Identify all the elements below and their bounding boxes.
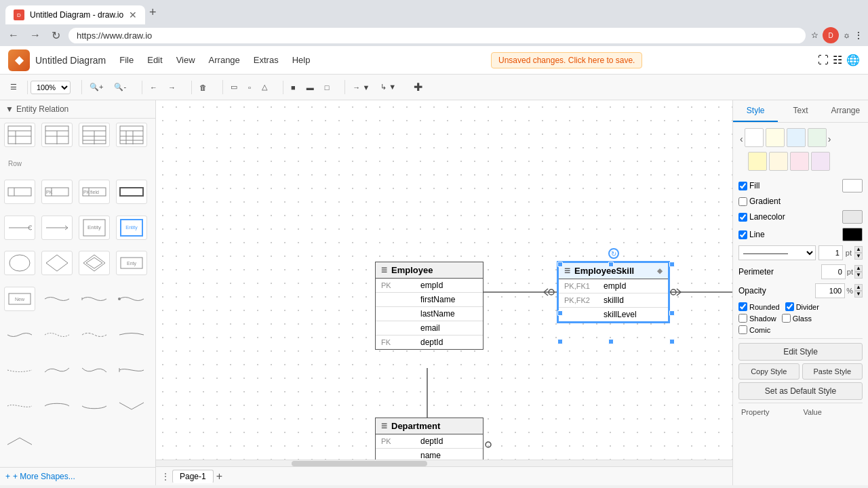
opacity-down[interactable]: ▼ bbox=[854, 291, 863, 298]
shape-curve-2[interactable] bbox=[79, 287, 110, 311]
swatch-blue-light[interactable] bbox=[787, 128, 806, 147]
handle-ml[interactable] bbox=[557, 310, 563, 316]
canvas-area[interactable]: ☰ Employee PK empId firstName lastName bbox=[156, 100, 732, 485]
scroll-thumb[interactable] bbox=[292, 461, 427, 466]
zoom-in-button[interactable]: 🔍+ bbox=[85, 80, 108, 94]
edit-style-button[interactable]: Edit Style bbox=[738, 343, 863, 361]
employee-row-email[interactable]: email bbox=[376, 321, 483, 336]
tab-style[interactable]: Style bbox=[733, 100, 778, 122]
to-front-button[interactable]: ▭ bbox=[226, 80, 242, 94]
menu-file[interactable]: File bbox=[114, 52, 139, 68]
shape-curve-4[interactable] bbox=[4, 323, 35, 347]
comic-checkbox[interactable] bbox=[738, 325, 747, 334]
url-bar[interactable] bbox=[68, 28, 806, 43]
unsaved-badge[interactable]: Unsaved changes. Click here to save. bbox=[491, 52, 642, 68]
line-style-select[interactable]: —————— - - - - - - bbox=[738, 245, 816, 260]
format-button[interactable]: △ bbox=[257, 80, 272, 94]
line-pt-input[interactable] bbox=[818, 245, 843, 260]
to-back-button[interactable]: ▫ bbox=[243, 81, 256, 94]
redo-button[interactable]: → bbox=[163, 81, 180, 94]
palette-prev-button[interactable]: ‹ bbox=[738, 134, 745, 144]
swatch-amber-light[interactable] bbox=[769, 152, 788, 171]
line-color-swatch[interactable] bbox=[842, 228, 863, 241]
glass-checkbox[interactable] bbox=[782, 314, 791, 323]
swatch-purple-light[interactable] bbox=[811, 152, 830, 171]
insert-button[interactable]: ✚ bbox=[409, 78, 427, 96]
shape-connector-1[interactable] bbox=[4, 216, 35, 240]
shape-curve-1[interactable] bbox=[41, 287, 73, 311]
swatch-pink-light[interactable] bbox=[790, 152, 809, 171]
perimeter-down[interactable]: ▼ bbox=[854, 272, 863, 279]
reload-button[interactable]: ↻ bbox=[49, 28, 63, 43]
opacity-spinner[interactable]: ▲ ▼ bbox=[854, 284, 863, 298]
zoom-select[interactable]: 100% 75% 150% bbox=[31, 81, 71, 94]
menu-help[interactable]: Help bbox=[287, 52, 316, 68]
dept-row-deptid[interactable]: PK deptId bbox=[376, 434, 483, 449]
employee-row-empid[interactable]: PK empId bbox=[376, 279, 483, 293]
shape-row-1[interactable] bbox=[4, 180, 35, 204]
set-default-button[interactable]: Set as Default Style bbox=[738, 382, 863, 400]
shape-entity-2[interactable]: Entity bbox=[116, 216, 147, 240]
employee-row-firstname[interactable]: firstName bbox=[376, 293, 483, 307]
handle-tl[interactable] bbox=[557, 262, 563, 267]
swatch-green-light[interactable] bbox=[808, 128, 827, 147]
menu-view[interactable]: View bbox=[171, 52, 201, 68]
line-pt-spinner[interactable]: ▲ ▼ bbox=[854, 246, 863, 260]
shape-curve-7[interactable] bbox=[116, 323, 147, 347]
horizontal-scrollbar[interactable] bbox=[156, 460, 732, 466]
panel-header[interactable]: ▼ Entity Relation bbox=[0, 100, 155, 119]
handle-tr[interactable] bbox=[669, 262, 675, 267]
shape-curve-11[interactable] bbox=[116, 358, 147, 382]
line-checkbox[interactable] bbox=[738, 230, 747, 239]
shadow-button[interactable]: □ bbox=[320, 81, 334, 94]
extensions-icon[interactable]: ☼ bbox=[843, 30, 850, 40]
zoom-out-button[interactable]: 🔍- bbox=[109, 80, 131, 94]
shape-curve-5[interactable] bbox=[41, 323, 73, 347]
rotate-handle[interactable]: ↻ bbox=[608, 248, 619, 259]
handle-mr[interactable] bbox=[669, 310, 675, 316]
more-shapes-button[interactable]: + + More Shapes... bbox=[0, 467, 155, 485]
connection-style-button[interactable]: → ▼ bbox=[348, 81, 374, 94]
swatch-yellow-light[interactable] bbox=[766, 128, 785, 147]
opacity-up[interactable]: ▲ bbox=[854, 284, 863, 291]
shape-entity-1[interactable]: Entity bbox=[79, 216, 110, 240]
shape-curve-13[interactable] bbox=[41, 394, 73, 418]
shape-row-2[interactable]: PK bbox=[41, 180, 73, 204]
sidebar-toggle-button[interactable]: ☰ bbox=[5, 80, 22, 94]
handle-bl[interactable] bbox=[557, 339, 563, 344]
shape-row-4[interactable] bbox=[116, 180, 147, 204]
line-pt-up[interactable]: ▲ bbox=[854, 246, 863, 253]
shape-row-3[interactable]: PKfield bbox=[79, 180, 110, 204]
waypoint-button[interactable]: ↳ ▼ bbox=[376, 80, 401, 94]
shape-diamond-2[interactable] bbox=[79, 251, 110, 275]
fullscreen-icon[interactable]: ⛶ bbox=[818, 54, 829, 66]
handle-br[interactable] bbox=[669, 339, 675, 344]
employee-row-deptid[interactable]: FK deptId bbox=[376, 336, 483, 349]
new-tab-button[interactable]: + bbox=[145, 5, 161, 20]
grid-icon[interactable]: ☷ bbox=[833, 54, 842, 66]
tab-arrange[interactable]: Arrange bbox=[823, 100, 868, 122]
shape-entity-small-1[interactable]: Enty bbox=[116, 251, 147, 275]
gradient-checkbox[interactable] bbox=[738, 197, 747, 206]
fill-color-button[interactable]: ■ bbox=[286, 81, 300, 94]
menu-edit[interactable]: Edit bbox=[142, 52, 167, 68]
paste-style-button[interactable]: Paste Style bbox=[802, 363, 863, 380]
shape-curve-8[interactable] bbox=[4, 358, 35, 382]
employee-row-lastname[interactable]: lastName bbox=[376, 307, 483, 321]
employeeskill-row-skillid[interactable]: PK,FK2 skillId bbox=[559, 293, 668, 308]
perimeter-pt-input[interactable] bbox=[821, 264, 846, 279]
copy-style-button[interactable]: Copy Style bbox=[738, 363, 800, 380]
perimeter-spinner[interactable]: ▲ ▼ bbox=[854, 265, 863, 279]
browser-tab[interactable]: D Untitled Diagram - draw.io ✕ bbox=[5, 5, 145, 24]
handle-tc[interactable] bbox=[608, 262, 614, 267]
shape-diamond-1[interactable] bbox=[41, 251, 73, 275]
employeeskill-table[interactable]: ☰ EmployeeSkill ◆ PK,FK1 empId PK,FK2 sk… bbox=[557, 262, 669, 323]
back-button[interactable]: ← bbox=[5, 28, 22, 43]
shape-curve-3[interactable] bbox=[116, 287, 147, 311]
divider-checkbox[interactable] bbox=[785, 302, 794, 311]
shape-table-2[interactable] bbox=[41, 123, 73, 147]
fill-checkbox[interactable] bbox=[738, 182, 747, 190]
line-pt-down[interactable]: ▼ bbox=[854, 253, 863, 260]
shape-entity-small-2[interactable]: New bbox=[4, 287, 35, 311]
employeeskill-row-empid[interactable]: PK,FK1 empId bbox=[559, 279, 668, 293]
